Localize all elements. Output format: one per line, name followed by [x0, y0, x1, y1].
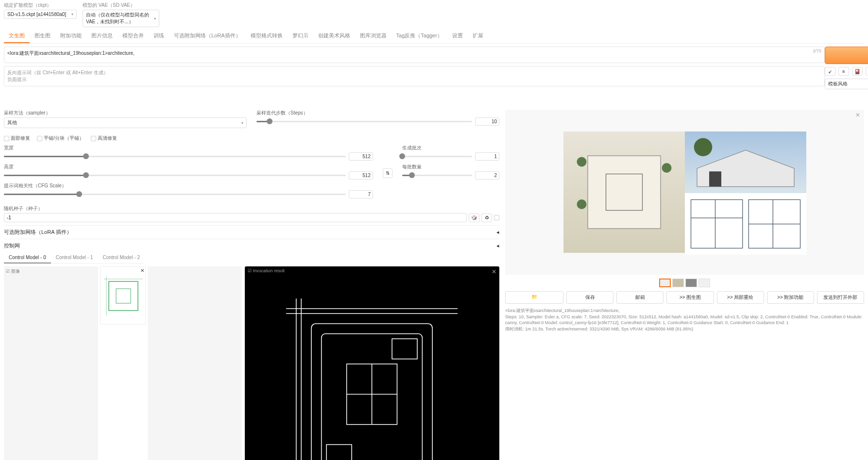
controlnet-accordion[interactable]: 控制网◂: [4, 239, 499, 252]
generate-button[interactable]: 生成: [825, 47, 868, 64]
tiling-check[interactable]: [37, 136, 42, 141]
card-icon[interactable]: 🎴: [852, 67, 863, 76]
batch-count-slider[interactable]: [402, 156, 472, 157]
send-extras-button[interactable]: >> 附加功能: [767, 291, 814, 304]
tab-img2img[interactable]: 图生图: [30, 29, 55, 43]
tab-lora[interactable]: 可选附加网络（LoRA插件）: [169, 29, 246, 43]
meta-params: Steps: 10, Sampler: Euler a, CFG scale: …: [505, 314, 864, 326]
tab-txt2img[interactable]: 文生图: [4, 29, 30, 43]
zip-button[interactable]: 邮箱: [616, 291, 664, 304]
height-value[interactable]: 512: [349, 171, 373, 180]
trash-icon[interactable]: 🗑: [866, 67, 868, 76]
steps-slider[interactable]: [256, 121, 472, 122]
seed-extra-check[interactable]: [494, 215, 499, 220]
cn-tab-0[interactable]: Control Model - 0: [4, 252, 51, 263]
cn-tab-1[interactable]: Control Model - 1: [51, 252, 98, 263]
steps-value[interactable]: 10: [475, 117, 499, 126]
output-thumb-3[interactable]: [698, 279, 710, 287]
height-label: 高度: [4, 164, 373, 170]
tab-extensions[interactable]: 扩展: [468, 29, 488, 43]
swap-wh-button[interactable]: ⇅: [383, 168, 392, 178]
send-img2img-button[interactable]: >> 图生图: [666, 291, 714, 304]
style-select[interactable]: 模板风格▾: [825, 79, 868, 89]
caret-icon: ◂: [496, 243, 499, 249]
close-icon[interactable]: ✕: [855, 112, 860, 118]
sampler-label: 采样方法（sampler）: [4, 110, 247, 116]
svg-rect-0: [109, 281, 138, 311]
tab-browser[interactable]: 图库浏览器: [355, 29, 391, 43]
meta-timing: 用时消耗: 1m 21.5s. Torch active/reserved: 3…: [505, 326, 864, 332]
seed-label: 随机种子（种子）: [4, 205, 499, 212]
meta-prompt: <lora:建筑平面xsarchitectural_19houseplan:1>…: [505, 308, 864, 314]
tab-tagger[interactable]: Tag反推（Tagger）: [391, 29, 447, 43]
cn-upload-panel[interactable]: ☑ 图像: [4, 266, 98, 460]
vae-label: 模型的 VAE（SD VAE）: [83, 2, 159, 9]
tab-settings[interactable]: 设置: [447, 29, 468, 43]
batch-count-value[interactable]: 1: [475, 152, 499, 161]
width-value[interactable]: 512: [349, 152, 373, 161]
tab-artstyle[interactable]: 创建美术风格: [313, 29, 355, 43]
recycle-icon[interactable]: ♻: [481, 214, 492, 222]
svg-rect-1: [116, 289, 131, 303]
tab-extras[interactable]: 附加功能: [55, 29, 86, 43]
chevron-down-icon: ▾: [154, 16, 156, 21]
width-label: 宽度: [4, 145, 373, 151]
svg-rect-19: [588, 156, 661, 229]
cfg-value[interactable]: 7: [349, 190, 373, 198]
svg-rect-25: [709, 171, 721, 186]
hires-check[interactable]: [91, 136, 96, 141]
seed-input[interactable]: [4, 213, 467, 222]
arrow-icon[interactable]: ↙: [825, 67, 835, 76]
width-slider[interactable]: [4, 156, 346, 157]
send-inpaint-button[interactable]: >> 局部重绘: [717, 291, 764, 304]
dice-icon[interactable]: 🎲: [469, 214, 479, 222]
cn-thumbnail[interactable]: ✕: [100, 266, 146, 325]
model-select[interactable]: SD-v1.5.ckpt [a1441580a0]▾: [4, 10, 77, 19]
tab-convert[interactable]: 模型格式转换: [246, 29, 288, 43]
output-thumb-0[interactable]: [659, 279, 671, 287]
token-count: 2/75: [813, 49, 821, 53]
caret-icon: ◂: [496, 229, 499, 235]
output-thumb-1[interactable]: [672, 279, 684, 287]
sampler-select[interactable]: 其他▾: [4, 117, 247, 128]
output-image[interactable]: ✕: [505, 110, 864, 275]
prompt-input[interactable]: <lora:建筑平面xsarchitectural_19houseplan:1>…: [4, 47, 825, 63]
tab-merge[interactable]: 模型合并: [118, 29, 149, 43]
cn-tab-2[interactable]: Control Model - 2: [98, 252, 145, 263]
negative-prompt-input[interactable]: 反向提示词（按 Ctrl+Enter 或 Alt+Enter 生成） 负面提示: [4, 66, 825, 86]
chevron-down-icon: ▾: [71, 12, 73, 16]
svg-point-23: [662, 163, 671, 173]
face-restore-check[interactable]: [4, 136, 9, 141]
output-thumb-2[interactable]: [685, 279, 697, 287]
main-tabs: 文生图 图生图 附加功能 图片信息 模型合并 训练 可选附加网络（LoRA插件）…: [4, 29, 864, 44]
cfg-slider[interactable]: [4, 194, 346, 195]
chevron-down-icon: ▾: [241, 121, 243, 125]
svg-point-22: [577, 199, 586, 209]
height-slider[interactable]: [4, 175, 346, 176]
model-label: 稳定扩散模型（ckpt）: [4, 2, 77, 9]
batch-size-slider[interactable]: [402, 175, 472, 176]
svg-rect-27: [691, 200, 742, 248]
tab-train[interactable]: 训练: [149, 29, 169, 43]
batch-size-label: 每批数量: [402, 164, 499, 170]
close-icon[interactable]: ✕: [492, 268, 496, 275]
save-button[interactable]: 保存: [566, 291, 613, 304]
svg-point-21: [577, 157, 586, 167]
cn-preview: ☑ Invocation result ✕ □ □ □: [245, 266, 499, 460]
lora-accordion[interactable]: 可选附加网络（LoRA 插件）◂: [4, 225, 499, 239]
tab-dream[interactable]: 梦幻示: [288, 29, 313, 43]
folder-button[interactable]: 📁: [505, 291, 563, 304]
steps-label: 采样迭代步数（Steps）: [256, 110, 499, 116]
cfg-label: 提示词相关性（CFG Scale）: [4, 182, 373, 189]
tab-pnginfo[interactable]: 图片信息: [86, 29, 118, 43]
list-icon[interactable]: ≡: [838, 67, 849, 76]
send-external-button[interactable]: 发送到打开外部: [817, 291, 864, 304]
batch-size-value[interactable]: 2: [475, 171, 499, 180]
vae-select[interactable]: 自动（仅在模型与模型同名的 VAE，未找到时不...）▾: [83, 10, 159, 27]
cn-upload-panel-2[interactable]: [148, 266, 242, 460]
svg-point-26: [694, 138, 712, 157]
batch-count-label: 生成批次: [402, 145, 499, 151]
